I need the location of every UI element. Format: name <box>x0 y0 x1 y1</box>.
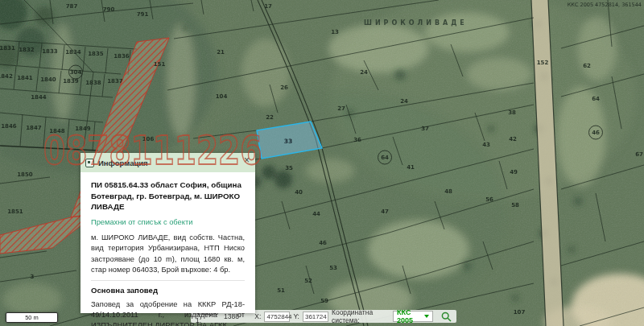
selected-parcel-label: 33 <box>284 138 292 145</box>
parcel-label: 3 <box>31 274 35 280</box>
parcel-label: 48 <box>444 188 452 195</box>
parcel-label: 40 <box>295 189 303 196</box>
parcel-label: 1835 <box>88 51 104 57</box>
parcel-label: 44 <box>312 211 320 217</box>
parcel-label: 21 <box>217 49 225 56</box>
parcel-label: 24 <box>400 98 408 105</box>
parcel-label: 67 <box>635 151 643 158</box>
parcel-label: 49 <box>510 169 518 175</box>
info-panel-header[interactable]: Информация × <box>80 153 255 172</box>
info-panel-title: Информация <box>98 159 148 167</box>
chevron-down-icon <box>424 315 429 318</box>
section-order-text: Заповед за одобрение на КККР РД-18-49/14… <box>91 299 245 326</box>
parcel-label: 787 <box>66 3 78 10</box>
parcel-label: 37 <box>421 126 429 132</box>
parcel-label: 1851 <box>7 208 23 215</box>
parcel-label: 106 <box>142 136 155 142</box>
parcel-label: 13 <box>331 29 339 35</box>
parcel-label: 64 <box>381 155 389 161</box>
parcel-label: 43 <box>482 142 490 148</box>
parcel-label: 1842 <box>0 73 13 80</box>
map-scale-bar: 50 m <box>6 312 58 323</box>
remove-from-list-link[interactable]: Премахни от списък с обекти <box>91 217 245 228</box>
parcel-label: 27 <box>337 105 345 112</box>
parcel-label: 59 <box>320 298 328 304</box>
parcel-label: 1850 <box>17 171 33 178</box>
parcel-label: 1840 <box>40 76 56 83</box>
crs-label: Координатна система: <box>332 308 390 324</box>
parcel-label: 152 <box>537 60 549 66</box>
parcel-label: 53 <box>329 265 337 271</box>
parcel-label: 1841 <box>17 75 33 81</box>
parcel-label: 64 <box>592 96 600 102</box>
parcel-label: 51 <box>277 287 285 294</box>
parcel-label: 62 <box>583 63 591 69</box>
y-coordinate-input[interactable]: 361724 <box>303 312 328 322</box>
parcel-label: 26 <box>280 85 288 91</box>
info-panel: Информация × ПИ 05815.64.33 област София… <box>80 153 255 313</box>
parcel-label: 22 <box>266 114 274 121</box>
place-label: ШИРОКОЛИВАДЕ <box>364 19 468 27</box>
parcel-label: 35 <box>285 165 293 171</box>
x-coordinate-input[interactable]: 4752844 <box>264 312 290 322</box>
section-order-title: Основна заповед <box>91 285 245 296</box>
parcel-label: 107 <box>514 309 526 316</box>
divider <box>91 280 245 281</box>
parcel-label: 24 <box>360 69 368 76</box>
parcel-label: 1832 <box>19 47 35 53</box>
parcel-label: 38 <box>508 109 516 116</box>
x-label: X: <box>254 312 261 320</box>
parcel-label: 1836 <box>114 53 130 60</box>
y-label: Y: <box>293 312 299 320</box>
parcel-label: 52 <box>304 278 312 284</box>
corner-coordinates: ККС 2005 4752814, 361544 <box>568 2 642 8</box>
parcel-label: 104 <box>216 93 228 100</box>
info-panel-body: ПИ 05815.64.33 област София, община Боте… <box>80 172 255 326</box>
parcel-label: 1838 <box>85 80 101 86</box>
parcel-description: м. ШИРОКО ЛИВАДЕ, вид собств. Частна, ви… <box>91 233 245 275</box>
parcel-label: 1844 <box>31 94 47 101</box>
parcel-label: 1846 <box>1 123 17 130</box>
parcel-label: 36 <box>353 137 361 143</box>
parcel-label: 46 <box>319 240 327 246</box>
parcel-label: 42 <box>509 136 517 142</box>
parcel-label: 151 <box>154 61 166 68</box>
parcel-label: 17 <box>264 3 272 10</box>
parcel-label: 1847 <box>26 125 42 131</box>
parcel-label: 1837 <box>107 78 123 85</box>
parcel-label: 46 <box>592 130 600 136</box>
parcel-label: 58 <box>511 202 519 208</box>
parcel-label: 47 <box>381 208 389 215</box>
gis-app: { "map": { "place_label": "ШИРОКОЛИВАДЕ"… <box>0 0 644 326</box>
crs-value: ККС 2005 <box>397 308 422 324</box>
parcel-label: 1848 <box>49 128 65 134</box>
parcel-label: 1834 <box>65 49 81 56</box>
parcel-label: 790 <box>103 6 115 13</box>
crs-dropdown[interactable]: ККС 2005 <box>393 311 433 322</box>
search-icon[interactable] <box>441 312 452 322</box>
parcel-label: 1831 <box>0 45 15 52</box>
parcel-heading: ПИ 05815.64.33 област София, община Боте… <box>91 180 245 213</box>
parcel-label: 791 <box>137 11 149 18</box>
parcel-label: 1849 <box>75 126 91 132</box>
parcel-label: 56 <box>485 196 493 203</box>
info-icon <box>85 159 94 167</box>
parcel-label: 1833 <box>42 48 58 55</box>
parcel-label: 41 <box>407 164 415 171</box>
close-icon[interactable]: × <box>244 155 250 165</box>
parcel-label: 304 <box>70 69 82 76</box>
